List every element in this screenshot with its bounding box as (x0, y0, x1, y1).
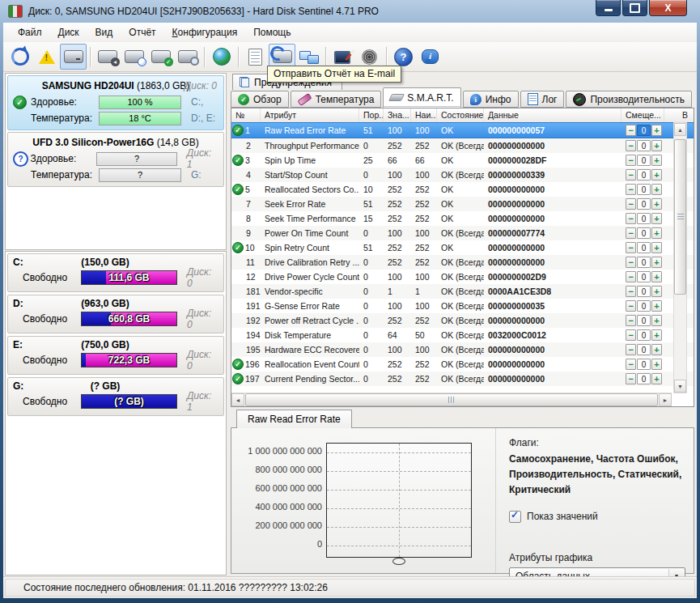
smart-row-181[interactable]: 181Vendor-specific011OK (Всегда...0000AA… (231, 284, 694, 299)
smart-row-2[interactable]: 2Throughput Performance0252252OK (Всегда… (231, 138, 694, 153)
scroll-down-icon[interactable]: ▼ (674, 380, 686, 393)
offset-decrease-button[interactable]: − (626, 300, 636, 312)
offset-increase-button[interactable]: + (651, 329, 662, 341)
smart-row-7[interactable]: 7Seek Error Rate51252252OK000000000000−0… (231, 197, 694, 211)
col-data[interactable]: Данные (484, 108, 622, 122)
offset-increase-button[interactable]: + (651, 242, 662, 253)
about-button[interactable]: i (417, 44, 443, 70)
volume-panel-e[interactable]: E:(750,0 GB) Свободно 722,3 GB Диск: 0 (7, 336, 224, 375)
tab-temperature[interactable]: Температура (291, 91, 382, 108)
offset-decrease-button[interactable]: − (626, 169, 636, 180)
col-value[interactable]: Зна... (384, 108, 411, 122)
offset-decrease-button[interactable]: − (626, 242, 636, 253)
vertical-scrollbar[interactable]: ▲ ▼ (673, 122, 687, 393)
smart-row-196[interactable]: ✓196Reallocation Event Count0252252OK (В… (231, 357, 694, 372)
menu-item[interactable]: Вид (87, 23, 121, 41)
offset-increase-button[interactable]: + (651, 198, 662, 210)
show-values-checkbox[interactable]: ✓ (509, 511, 521, 523)
menu-item[interactable]: Конфигурация (164, 23, 246, 41)
col-num[interactable]: № (231, 108, 261, 122)
refresh-button[interactable] (6, 44, 33, 70)
scroll-left-icon[interactable]: ◄ (231, 393, 244, 406)
offset-decrease-button[interactable]: − (626, 373, 636, 384)
offset-decrease-button[interactable]: − (626, 315, 636, 326)
offset-increase-button[interactable]: + (651, 140, 662, 151)
offset-decrease-button[interactable]: − (626, 125, 636, 136)
close-button[interactable]: X (649, 0, 687, 16)
volume-panel-g[interactable]: G:(? GB) Свободно (? GB) Диск: 1 (7, 377, 224, 416)
offset-decrease-button[interactable]: − (626, 140, 636, 151)
offset-increase-button[interactable]: + (651, 300, 662, 312)
smart-row-11[interactable]: 11Drive Calibration Retry ...0252252OK (… (231, 255, 694, 270)
volume-panel-c[interactable]: C:(150,0 GB) Свободно 111,6 GB Диск: 0 (7, 253, 224, 292)
smart-row-3[interactable]: ✓3Spin Up Time256666OK0000000028DF−0+ (231, 153, 694, 168)
smart-row-192[interactable]: 192Power off Retract Cycle ...0252252OK … (231, 313, 694, 328)
smart-row-191[interactable]: 191G-Sense Error Rate0100100OK (Всегда..… (231, 299, 694, 313)
col-threshold[interactable]: Пор... (359, 108, 384, 122)
offset-increase-button[interactable]: + (651, 344, 662, 355)
col-attribute[interactable]: Атрибут (261, 108, 359, 122)
tab-performance[interactable]: Производительность (566, 91, 691, 108)
tab-raw-read-error-rate[interactable]: Raw Read Error Rate (236, 410, 352, 428)
offset-decrease-button[interactable]: − (626, 344, 636, 355)
col-offset[interactable]: Смеще... (622, 108, 664, 122)
offset-increase-button[interactable]: + (651, 315, 662, 326)
offset-decrease-button[interactable]: − (626, 198, 636, 210)
smart-row-8[interactable]: 8Seek Time Performance15252252OK00000000… (231, 211, 694, 226)
smart-row-194[interactable]: 194Disk Temperature06450OK (Всегда...003… (231, 328, 694, 342)
offset-decrease-button[interactable]: − (626, 184, 636, 195)
menu-item[interactable]: Файл (10, 23, 50, 41)
disk-clock-button[interactable] (121, 44, 147, 70)
offset-decrease-button[interactable]: − (626, 213, 636, 224)
chart-slider-handle[interactable] (392, 558, 405, 565)
offset-increase-button[interactable]: + (651, 169, 662, 180)
warning-button[interactable] (33, 44, 60, 70)
smart-row-9[interactable]: 9Power On Time Count0100100OK (Всегда...… (231, 226, 694, 240)
offset-increase-button[interactable]: + (651, 227, 662, 239)
offset-increase-button[interactable]: + (651, 271, 662, 282)
offset-increase-button[interactable]: + (651, 359, 662, 370)
tab-log[interactable]: Лог (520, 91, 565, 108)
menu-item[interactable]: Диск (50, 23, 87, 41)
disk-speaker-button[interactable] (94, 44, 121, 70)
disk-check-button[interactable] (147, 44, 174, 70)
disk-search-button[interactable] (174, 44, 201, 70)
smart-row-4[interactable]: 4Start/Stop Count0100100OK (Всегда...000… (231, 168, 694, 182)
menu-item[interactable]: Отчёт (121, 23, 163, 41)
volume-panel-d[interactable]: D:(963,0 GB) Свободно 660,8 GB Диск: 0 (7, 295, 224, 333)
minimize-button[interactable] (596, 0, 621, 16)
smart-row-10[interactable]: ✓10Spin Retry Count51252252OK00000000000… (231, 240, 694, 255)
offset-increase-button[interactable]: + (651, 257, 662, 268)
smart-row-5[interactable]: ✓5Reallocated Sectors Co...10252252OK000… (231, 182, 694, 197)
offset-increase-button[interactable]: + (651, 125, 662, 136)
offset-decrease-button[interactable]: − (626, 329, 636, 341)
offset-decrease-button[interactable]: − (626, 257, 636, 268)
title-bar[interactable]: Диск: 0, SAMSUNG HD204UI [S2H7J90B205633… (0, 0, 700, 23)
scroll-thumb[interactable] (674, 139, 686, 295)
smart-row-197[interactable]: ✓197Current Pending Sector...0252252OK (… (231, 372, 694, 386)
offset-increase-button[interactable]: + (651, 373, 662, 384)
disk-button[interactable] (60, 44, 87, 70)
offset-increase-button[interactable]: + (651, 155, 662, 166)
offset-increase-button[interactable]: + (651, 213, 662, 224)
offset-increase-button[interactable]: + (651, 184, 662, 195)
offset-decrease-button[interactable]: − (626, 359, 636, 370)
offset-decrease-button[interactable]: − (626, 227, 636, 239)
tab-info[interactable]: iИнфо (463, 91, 519, 108)
globe-button[interactable] (208, 44, 235, 70)
offset-increase-button[interactable]: + (651, 286, 662, 297)
col-worst[interactable]: Наи... (411, 108, 437, 122)
smart-row-195[interactable]: 195Hardware ECC Recovered0100100OK (Всег… (231, 342, 694, 357)
smart-row-12[interactable]: 12Drive Power Cycle Count0100100OK (Всег… (231, 270, 694, 284)
disk-panel-usb[interactable]: UFD 3.0 Silicon-Power16G (14,8 GB) ? Здо… (7, 132, 224, 187)
offset-decrease-button[interactable]: − (626, 155, 636, 166)
col-status[interactable]: Состояние (437, 108, 484, 122)
tab-smart[interactable]: S.M.A.R.T. (383, 87, 460, 108)
report-button[interactable] (242, 44, 269, 70)
horizontal-scrollbar[interactable]: ◄ ► (231, 393, 672, 406)
scroll-thumb[interactable] (245, 393, 658, 406)
offset-decrease-button[interactable]: − (626, 286, 636, 297)
offset-decrease-button[interactable]: − (626, 271, 636, 282)
smart-row-1[interactable]: ✓1Raw Read Error Rate51100100OK000000000… (231, 122, 694, 138)
scroll-right-icon[interactable]: ► (659, 393, 672, 406)
